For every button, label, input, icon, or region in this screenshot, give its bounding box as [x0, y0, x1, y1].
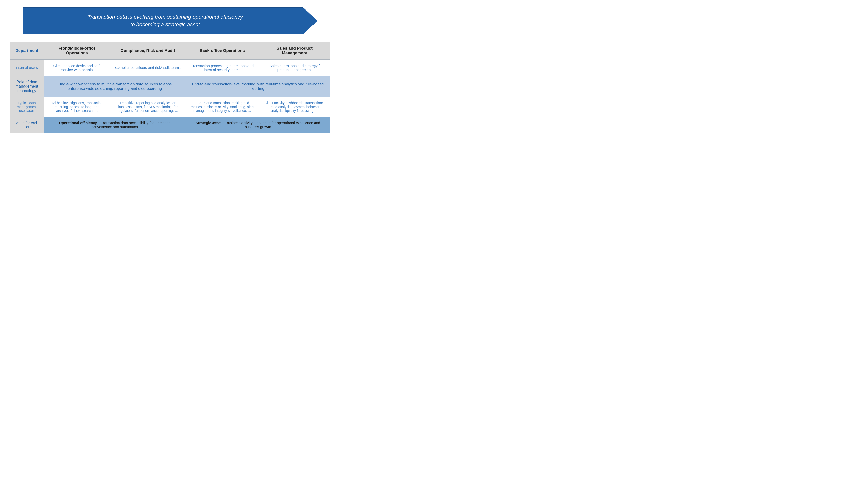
cell-internal-col3: Transaction processing operations and in… [186, 60, 259, 76]
banner-line1: Transaction data is evolving from sustai… [87, 14, 243, 20]
header-col4: Sales and Product Management [259, 42, 330, 60]
cell-internal-col4: Sales operations and strategy / product … [259, 60, 330, 76]
label-typical: Typical data management use cases [10, 97, 44, 117]
banner-line2: to becoming a strategic asset [130, 21, 200, 27]
value-col12-bold: Operational efficiency [59, 121, 97, 125]
header-dept: Department [10, 42, 44, 60]
cell-role-col34: End-to-end transaction-level tracking, w… [186, 76, 330, 97]
header-col1: Front/Middle-office Operations [44, 42, 110, 60]
label-role: Role of data management technology [10, 76, 44, 97]
row-role: Role of data management technology Singl… [10, 76, 330, 97]
table-header-row: Department Front/Middle-office Operation… [10, 42, 330, 60]
cell-typical-col3: End-to-end transaction tracking and metr… [186, 97, 259, 117]
cell-typical-col2: Repetitive reporting and analytics for b… [110, 97, 186, 117]
row-typical: Typical data management use cases Ad-hoc… [10, 97, 330, 117]
cell-role-col12: Single-window access to multiple transac… [44, 76, 186, 97]
header-col2: Compliance, Risk and Audit [110, 42, 186, 60]
row-internal-users: Internal users Client service desks and … [10, 60, 330, 76]
cell-internal-col1: Client service desks and self-service we… [44, 60, 110, 76]
value-col34-rest: – Business activity monitoring for opera… [221, 121, 320, 129]
label-value: Value for end-users [10, 117, 44, 133]
cell-typical-col1: Ad-hoc investigations, transaction repor… [44, 97, 110, 117]
cell-value-col34: Strategic asset – Business activity moni… [186, 117, 330, 133]
cell-value-col12: Operational efficiency – Transaction dat… [44, 117, 186, 133]
cell-internal-col2: Compliance officers and risk/audit teams [110, 60, 186, 76]
banner: Transaction data is evolving from sustai… [23, 7, 317, 34]
label-internal-users: Internal users [10, 60, 44, 76]
cell-typical-col4: Client activity dashboards, transactiona… [259, 97, 330, 117]
banner-text: Transaction data is evolving from sustai… [23, 7, 317, 34]
value-col34-bold: Strategic asset [195, 121, 221, 125]
row-value: Value for end-users Operational efficien… [10, 117, 330, 133]
main-table: Department Front/Middle-office Operation… [10, 42, 330, 133]
header-col3: Back-office Operations [186, 42, 259, 60]
value-col12-rest: – Transaction data accessibility for inc… [91, 121, 170, 129]
